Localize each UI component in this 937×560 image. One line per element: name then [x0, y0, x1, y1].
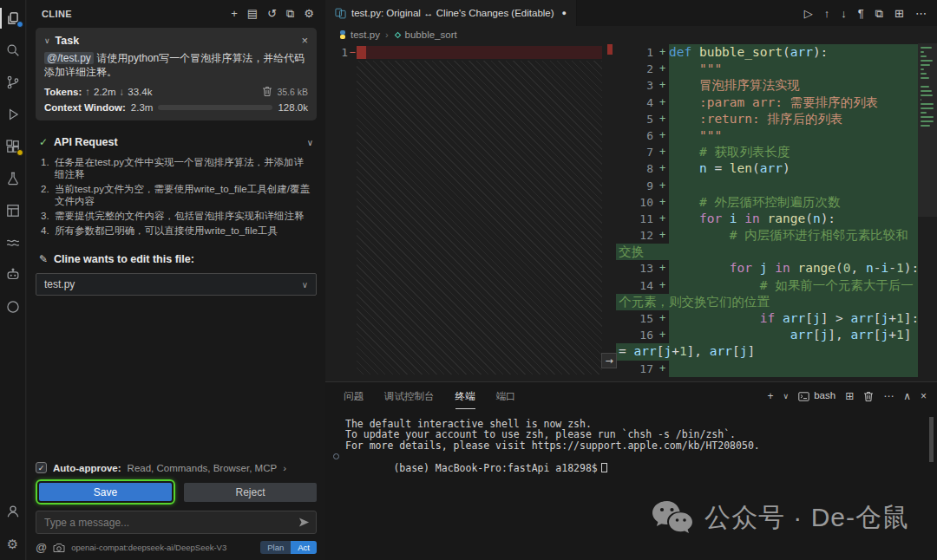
activity-waves[interactable]: [0, 233, 26, 252]
panel-tab[interactable]: 端口: [496, 383, 516, 409]
act-mode-button[interactable]: Act: [291, 541, 317, 555]
added-code-line[interactable]: 8+ n = len(arr): [616, 160, 918, 177]
chevron-down-icon[interactable]: ∨: [307, 138, 313, 147]
message-input[interactable]: [36, 511, 317, 534]
activity-run-debug[interactable]: [0, 105, 26, 124]
added-code-line[interactable]: 9+: [616, 178, 918, 194]
trash-icon[interactable]: [262, 86, 272, 97]
api-request-label: API Request: [54, 136, 301, 148]
close-task-icon[interactable]: ×: [301, 34, 308, 47]
send-icon[interactable]: [298, 517, 310, 528]
activity-accounts[interactable]: [0, 502, 26, 521]
split-terminal-icon[interactable]: ⊞: [845, 391, 854, 401]
activity-source-control[interactable]: [0, 73, 26, 92]
split-editor-icon[interactable]: ⊞: [894, 8, 904, 19]
diff-original-pane[interactable]: 1 −: [325, 44, 616, 381]
added-code-line[interactable]: 15+ if arr[j] > arr[j+1]:: [616, 310, 918, 327]
added-code-line[interactable]: 4+ :param arr: 需要排序的列表: [616, 94, 918, 111]
added-code-line[interactable]: 6+ """: [616, 127, 918, 144]
open-preview-icon[interactable]: ⧉: [875, 8, 883, 19]
added-code-line[interactable]: 5+ :return: 排序后的列表: [616, 111, 918, 127]
run-icon[interactable]: ▷: [804, 8, 813, 19]
more-actions-icon[interactable]: ⋯: [915, 8, 927, 19]
panel-tab[interactable]: 调试控制台: [384, 383, 435, 409]
panel-tab[interactable]: 问题: [344, 383, 364, 409]
activity-explorer[interactable]: [0, 9, 26, 28]
save-annotation-highlight: Save: [36, 479, 175, 505]
auto-approve-checkbox[interactable]: ✓: [36, 462, 47, 473]
minimap-slider[interactable]: [918, 43, 937, 217]
watermark-text: 公众号 · De-仓鼠: [704, 500, 909, 536]
added-code-line[interactable]: = arr[j+1], arr[j]: [616, 343, 918, 360]
chevron-down-icon[interactable]: ∨: [44, 36, 50, 45]
added-code-line[interactable]: 2+ """: [616, 61, 918, 77]
added-code-line[interactable]: 10+ # 外层循环控制遍历次数: [616, 194, 918, 211]
panel-tab-bar: 问题调试控制台终端端口 + ∨ bash ⊞ ⋯ ∧ ×: [325, 382, 937, 410]
mcp-servers-icon[interactable]: ▤: [247, 8, 258, 19]
maximize-panel-icon[interactable]: ∧: [903, 391, 911, 401]
added-code-line[interactable]: 个元素，则交换它们的位置: [616, 294, 918, 310]
panel-more-icon[interactable]: ⋯: [883, 391, 894, 401]
open-in-editor-icon[interactable]: ⧉: [286, 8, 294, 19]
next-change-icon[interactable]: ↓: [841, 8, 847, 19]
terminal-cursor: [601, 463, 607, 472]
api-steps-list: 1.任务是在test.py文件中实现一个冒泡排序算法，并添加详细注释2.当前te…: [41, 156, 313, 239]
circle-icon: [5, 299, 21, 315]
original-line-number: 1: [325, 44, 348, 61]
save-button[interactable]: Save: [39, 483, 172, 501]
activity-extension-circle[interactable]: [0, 297, 26, 316]
activity-bar: ⚙: [0, 0, 26, 560]
added-code-line[interactable]: 7+ # 获取列表长度: [616, 144, 918, 160]
terminal-instance-bash[interactable]: bash: [798, 391, 835, 401]
panel-tab[interactable]: 终端: [455, 383, 475, 409]
activity-settings[interactable]: ⚙: [0, 534, 26, 553]
terminal-profile-chevron-icon[interactable]: ∨: [783, 393, 790, 400]
added-code-line[interactable]: 17+: [616, 361, 918, 377]
context-window-label: Context Window:: [44, 102, 126, 113]
activity-testing[interactable]: [0, 169, 26, 188]
file-select[interactable]: test.py ∨: [36, 273, 317, 296]
new-terminal-icon[interactable]: +: [768, 391, 774, 401]
new-task-icon[interactable]: +: [231, 8, 238, 19]
breadcrumb-file[interactable]: test.py: [338, 29, 380, 40]
model-label[interactable]: openai-compat:deepseek-ai/DeepSeek-V3: [71, 543, 254, 552]
breadcrumb-symbol[interactable]: bubble_sort: [394, 29, 457, 40]
activity-extensions[interactable]: [0, 137, 26, 156]
added-code-line[interactable]: 3+ 冒泡排序算法实现: [616, 77, 918, 94]
close-panel-icon[interactable]: ×: [921, 391, 927, 401]
kill-terminal-icon[interactable]: [863, 391, 874, 402]
waves-icon: [5, 235, 21, 251]
added-code-line[interactable]: 11+ for i in range(n):: [616, 211, 918, 227]
added-code-line[interactable]: 14+ # 如果前一个元素大于后一: [616, 277, 918, 294]
activity-cline[interactable]: [0, 265, 26, 284]
file-mention[interactable]: @/test.py: [44, 52, 94, 64]
activity-board[interactable]: [0, 201, 26, 220]
tab-diff-testpy[interactable]: test.py: Original ↔ Cline's Changes (Edi…: [325, 0, 577, 26]
added-code-line[interactable]: 1+def bubble_sort(arr):: [616, 44, 918, 61]
added-code-line[interactable]: 13+ for j in range(0, n-i-1):: [616, 260, 918, 277]
cline-settings-icon[interactable]: ⚙: [304, 8, 314, 19]
context-mention-icon[interactable]: @: [36, 542, 47, 553]
previous-change-icon[interactable]: ↑: [824, 8, 830, 19]
whitespace-icon[interactable]: ¶: [858, 8, 864, 19]
added-code-line[interactable]: 12+ # 内层循环进行相邻元素比较和: [616, 227, 918, 244]
reject-button[interactable]: Reject: [184, 483, 317, 502]
added-code-line[interactable]: 交换: [616, 244, 918, 260]
plan-mode-button[interactable]: Plan: [260, 541, 291, 555]
panel-scrollbar[interactable]: [929, 417, 934, 462]
cline-header: CLINE + ▤ ↺ ⧉ ⚙: [27, 0, 325, 22]
auto-approve-row[interactable]: ✓ Auto-approve: Read, Commands, Browser,…: [36, 462, 317, 473]
camera-icon[interactable]: [53, 543, 65, 553]
api-request-row[interactable]: ✓ API Request ∨: [39, 136, 313, 148]
command-decoration-icon: [333, 453, 339, 459]
editor-tab-bar: test.py: Original ↔ Cline's Changes (Edi…: [325, 0, 937, 26]
added-code-line[interactable]: 16+ arr[j], arr[j+1]: [616, 327, 918, 343]
history-icon[interactable]: ↺: [267, 8, 277, 19]
minimap[interactable]: [918, 43, 937, 381]
modified-dot-icon[interactable]: ●: [562, 9, 567, 17]
diff-modified-pane[interactable]: 1+def bubble_sort(arr):2+ """3+ 冒泡排序算法实现…: [616, 44, 918, 381]
edit-file-prompt: ✎ Cline wants to edit this file:: [39, 253, 313, 265]
check-icon: ✓: [39, 136, 48, 148]
diff-revert-arrow-button[interactable]: →: [601, 353, 617, 368]
activity-search[interactable]: [0, 41, 26, 60]
